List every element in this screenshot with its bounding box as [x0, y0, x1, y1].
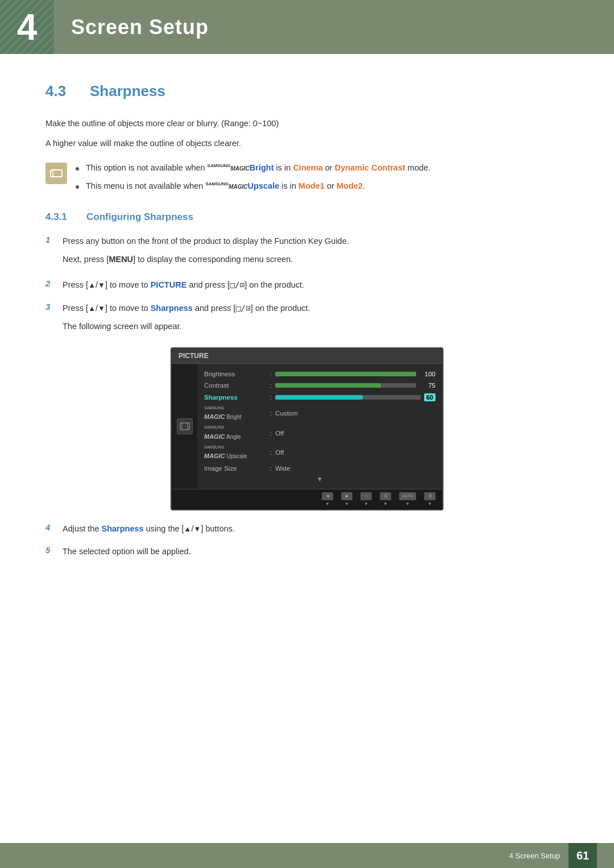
- header-banner: 4 Screen Setup: [0, 0, 614, 54]
- chapter-number: 4: [17, 6, 38, 48]
- step-2-number: 2: [45, 279, 63, 288]
- screen-label-magic-bright: SAMSUNGMAGIC Bright: [204, 406, 267, 421]
- screen-btn-4: ⊡ ▼: [380, 492, 391, 506]
- screen-btn-3: ↔ ▼: [360, 492, 372, 506]
- screen-row-magic-bright: SAMSUNGMAGIC Bright : Custom: [204, 404, 435, 423]
- step-1: 1 Press any button on the front of the p…: [45, 234, 569, 269]
- footer-page-number: 61: [569, 843, 597, 868]
- screen-btn-icon-2: ■: [341, 492, 352, 500]
- screen-row-contrast: Contrast : 75: [204, 380, 435, 391]
- screen-sidebar: [172, 364, 197, 489]
- screen-row-magic-angle: SAMSUNGMAGIC Angle : Off: [204, 423, 435, 443]
- note-1-text: This option is not available when SAMSUN…: [86, 161, 430, 175]
- note-content: This option is not available when SAMSUN…: [76, 161, 569, 197]
- svg-rect-0: [51, 170, 62, 177]
- step-1-subtext: Next, press [MENU] to display the corres…: [63, 252, 569, 267]
- screen-main: Brightness : 100 Contrast :: [197, 364, 442, 489]
- note-icon: [45, 163, 67, 184]
- screen-btn-icon-3: ↔: [360, 492, 372, 500]
- chapter-number-box: 4: [0, 0, 54, 54]
- screen-down-indicator: ▼: [204, 474, 435, 484]
- section-title: Sharpness: [90, 82, 165, 100]
- step-3-content: Press [▲/▼] to move to Sharpness and pre…: [63, 301, 569, 336]
- subsection-title: Configuring Sharpness: [86, 211, 193, 223]
- screen-label-contrast: Contrast: [204, 382, 267, 389]
- screen-bottom-bar: ◄ ▼ ■ ▼ ↔ ▼ ⊡ ▼ AUTO ▼: [172, 489, 442, 509]
- screen-row-magic-upscale: SAMSUNGMAGIC Upscale : Off: [204, 443, 435, 463]
- note-item-2: This menu is not available when SAMSUNGM…: [76, 180, 569, 193]
- step-4-content: Adjust the Sharpness using the [▲/▼] but…: [63, 522, 569, 536]
- screen-btn-auto: AUTO ▼: [399, 492, 416, 506]
- step-4-number: 4: [45, 522, 63, 532]
- step-5-number: 5: [45, 545, 63, 555]
- step-1-number: 1: [45, 235, 63, 244]
- screen-val-magic-upscale: Off: [275, 449, 284, 456]
- subsection-number: 4.3.1: [45, 211, 80, 223]
- screen-btn-2: ■ ▼: [341, 492, 352, 506]
- screen-btn-settings: ⚙ ▼: [424, 492, 435, 506]
- bullet-2: [76, 185, 79, 189]
- step-1-content: Press any button on the front of the pro…: [63, 234, 569, 269]
- bullet-1: [76, 167, 79, 171]
- main-content: 4.3 Sharpness Make the outline of object…: [0, 54, 614, 613]
- step-2-content: Press [▲/▼] to move to PICTURE and press…: [63, 278, 569, 292]
- section-heading: 4.3 Sharpness: [45, 82, 569, 100]
- description-1: Make the outline of objects more clear o…: [45, 117, 569, 130]
- step-2: 2 Press [▲/▼] to move to PICTURE and pre…: [45, 278, 569, 292]
- screen-header: PICTURE: [172, 348, 442, 364]
- screen-val-magic-bright: Custom: [275, 410, 298, 417]
- note-item-1: This option is not available when SAMSUN…: [76, 161, 569, 175]
- screen-bar-sharpness: 60: [275, 393, 435, 401]
- screen-row-image-size: Image Size : Wide: [204, 463, 435, 474]
- screen-bar-contrast: 75: [275, 382, 435, 389]
- screen: PICTURE Brightness :: [171, 347, 443, 510]
- step-3-number: 3: [45, 302, 63, 312]
- screen-row-sharpness: Sharpness : 60: [204, 391, 435, 404]
- screen-label-brightness: Brightness: [204, 371, 267, 377]
- note-box: This option is not available when SAMSUN…: [45, 161, 569, 197]
- svg-rect-2: [180, 423, 189, 430]
- step-5: 5 The selected option will be applied.: [45, 545, 569, 559]
- section-number: 4.3: [45, 82, 80, 100]
- screen-label-image-size: Image Size: [204, 465, 267, 472]
- screen-simulation: PICTURE Brightness :: [171, 347, 443, 510]
- screen-bar-brightness: 100: [275, 371, 435, 377]
- chapter-title: Screen Setup: [71, 15, 209, 39]
- screen-val-image-size: Wide: [275, 465, 290, 472]
- screen-label-sharpness: Sharpness: [204, 394, 267, 401]
- subsection-heading: 4.3.1 Configuring Sharpness: [45, 211, 569, 223]
- screen-btn-1: ◄ ▼: [322, 492, 333, 506]
- screen-btn-icon-4: ⊡: [380, 492, 391, 500]
- screen-row-brightness: Brightness : 100: [204, 368, 435, 380]
- step-3: 3 Press [▲/▼] to move to Sharpness and p…: [45, 301, 569, 336]
- screen-btn-icon-auto: AUTO: [399, 492, 416, 500]
- screen-btn-icon-1: ◄: [322, 492, 333, 500]
- step-3-subtext: The following screen will appear.: [63, 319, 569, 334]
- screen-val-magic-angle: Off: [275, 430, 284, 437]
- description-2: A higher value will make the outline of …: [45, 137, 569, 150]
- footer: 4 Screen Setup 61: [0, 843, 614, 868]
- step-4: 4 Adjust the Sharpness using the [▲/▼] b…: [45, 522, 569, 536]
- screen-label-magic-upscale: SAMSUNGMAGIC Upscale: [204, 445, 267, 460]
- screen-btn-icon-settings: ⚙: [424, 492, 435, 500]
- screen-label-magic-angle: SAMSUNGMAGIC Angle: [204, 425, 267, 441]
- footer-text: 4 Screen Setup: [509, 852, 560, 860]
- step-5-content: The selected option will be applied.: [63, 545, 569, 559]
- step-1-text: Press any button on the front of the pro…: [63, 236, 349, 246]
- screen-body: Brightness : 100 Contrast :: [172, 364, 442, 489]
- screen-sidebar-icon: [177, 418, 193, 434]
- note-2-text: This menu is not available when SAMSUNGM…: [86, 180, 365, 193]
